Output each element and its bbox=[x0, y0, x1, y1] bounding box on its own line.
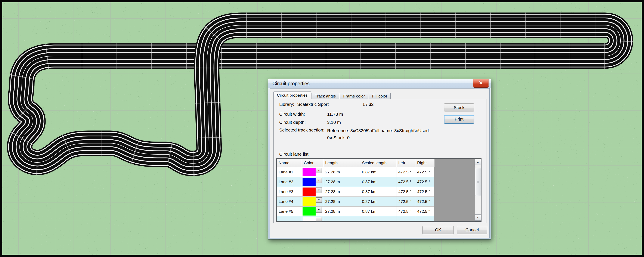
lane-scaled-cell: 0.87 km bbox=[360, 167, 396, 177]
scroll-down-button[interactable]: ▼ bbox=[475, 214, 481, 221]
lane-table: Name Color Length Scaled length Left Rig… bbox=[276, 158, 482, 222]
lane-scaled-cell: 0.87 km bbox=[360, 197, 396, 206]
table-row-partial bbox=[396, 216, 415, 221]
lane-color-swatch bbox=[302, 217, 316, 221]
lane-color-cell: ▼ bbox=[302, 167, 323, 177]
table-row-partial bbox=[277, 216, 302, 221]
ok-button[interactable]: OK bbox=[422, 226, 454, 234]
lane-color-cell: ▼ bbox=[302, 177, 323, 187]
table-row-partial bbox=[323, 216, 360, 221]
lane-left-cell: 472.5 ° bbox=[396, 167, 415, 177]
scroll-up-button[interactable]: ▲ bbox=[475, 159, 481, 165]
lane-color-swatch bbox=[302, 197, 316, 206]
lane-right-cell: 472.5 ° bbox=[415, 206, 434, 216]
filler-cell bbox=[434, 187, 474, 197]
table-row-partial bbox=[360, 216, 396, 221]
arrow-up-icon: ▲ bbox=[476, 160, 479, 163]
color-dropdown-button[interactable]: ▼ bbox=[316, 207, 322, 212]
color-dropdown-button[interactable]: ▼ bbox=[316, 168, 322, 173]
lane-right-cell: 472.5 ° bbox=[415, 177, 434, 187]
arrow-down-icon: ▼ bbox=[476, 216, 479, 219]
selected-section-value: Reference: 3xC8205\nFull name: 3xStraigh… bbox=[327, 127, 446, 141]
selected-section-label: Selected track section: bbox=[279, 128, 324, 132]
filler-cell bbox=[434, 177, 474, 187]
filler-cell bbox=[434, 206, 474, 216]
chevron-down-icon: ▼ bbox=[318, 199, 320, 201]
column-header-right[interactable]: Right bbox=[415, 159, 434, 167]
lane-right-cell: 472.5 ° bbox=[415, 197, 434, 206]
dialog-titlebar[interactable]: Circuit properties bbox=[268, 79, 491, 88]
lane-right-cell: 472.5 ° bbox=[415, 187, 434, 197]
filler-cell bbox=[434, 197, 474, 206]
lane-left-cell: 472.5 ° bbox=[396, 177, 415, 187]
lane-color-cell: ▼ bbox=[302, 206, 323, 216]
tab-strip: Circuit properties Track angle Frame col… bbox=[274, 92, 391, 99]
column-header-length[interactable]: Length bbox=[323, 159, 360, 167]
print-button[interactable]: Print bbox=[444, 115, 474, 124]
circuit-width-label: Circuit width: bbox=[279, 112, 305, 117]
lane-left-cell: 472.5 ° bbox=[396, 206, 415, 216]
color-dropdown-button[interactable]: ▼ bbox=[316, 178, 322, 183]
table-row-partial bbox=[415, 216, 434, 221]
column-header-scaled[interactable]: Scaled length bbox=[360, 159, 396, 167]
chevron-down-icon: ▼ bbox=[318, 208, 320, 211]
tab-frame-color[interactable]: Frame color bbox=[340, 93, 368, 99]
column-header-name[interactable]: Name bbox=[277, 159, 302, 167]
grip-icon: ≡ bbox=[477, 180, 479, 184]
color-dropdown-button[interactable]: ▼ bbox=[316, 188, 322, 193]
lane-color-swatch bbox=[302, 168, 316, 176]
library-scale: 1 / 32 bbox=[362, 102, 374, 107]
close-icon: ✕ bbox=[479, 80, 483, 86]
lane-color-cell: ▼ bbox=[302, 187, 323, 197]
tab-page: Library: Scalextric Sport 1 / 32 Circuit… bbox=[274, 99, 486, 223]
filler-cell bbox=[434, 216, 474, 221]
lane-name-cell[interactable]: Lane #4 bbox=[277, 197, 302, 206]
color-dropdown-button[interactable] bbox=[316, 217, 322, 221]
close-button[interactable]: ✕ bbox=[473, 79, 489, 88]
circuit-depth-label: Circuit depth: bbox=[279, 120, 306, 125]
lane-name-cell[interactable]: Lane #5 bbox=[277, 206, 302, 216]
table-row-partial bbox=[302, 216, 323, 221]
lane-name-cell[interactable]: Lane #2 bbox=[277, 177, 302, 187]
tab-fill-color[interactable]: Fill color bbox=[369, 93, 391, 99]
lane-color-swatch bbox=[302, 188, 316, 196]
lane-color-cell: ▼ bbox=[302, 197, 323, 206]
stock-button[interactable]: Stock bbox=[444, 104, 474, 112]
lane-length-cell: 27.28 m bbox=[323, 197, 360, 206]
screenshot-root: { "canvas": { "surface_color": "#a9d2a4"… bbox=[0, 0, 644, 257]
lane-length-cell: 27.28 m bbox=[323, 206, 360, 216]
column-header-left[interactable]: Left bbox=[396, 159, 415, 167]
lane-scaled-cell: 0.87 km bbox=[360, 177, 396, 187]
lane-list-label: Circuit lane list: bbox=[279, 152, 310, 157]
lane-name-cell[interactable]: Lane #1 bbox=[277, 167, 302, 177]
color-dropdown-button[interactable]: ▼ bbox=[316, 197, 322, 203]
filler-cell bbox=[434, 167, 474, 177]
library-value: Scalextric Sport bbox=[297, 102, 329, 107]
lane-right-cell: 472.5 ° bbox=[415, 167, 434, 177]
lane-table-grid: Name Color Length Scaled length Left Rig… bbox=[277, 159, 474, 221]
lane-length-cell: 27.28 m bbox=[323, 167, 360, 177]
circuit-width-value: 11.73 m bbox=[327, 112, 343, 117]
circuit-depth-value: 3.10 m bbox=[327, 120, 341, 125]
tab-circuit-properties[interactable]: Circuit properties bbox=[274, 92, 311, 100]
lane-left-cell: 472.5 ° bbox=[396, 187, 415, 197]
chevron-down-icon: ▼ bbox=[318, 189, 320, 191]
lane-length-cell: 27.28 m bbox=[323, 187, 360, 197]
lane-scaled-cell: 0.87 km bbox=[360, 187, 396, 197]
column-header-filler bbox=[434, 159, 474, 167]
chevron-down-icon: ▼ bbox=[318, 179, 320, 182]
column-header-color[interactable]: Color bbox=[302, 159, 323, 167]
dialog-title: Circuit properties bbox=[272, 81, 310, 86]
library-label: Library: bbox=[279, 102, 294, 107]
lane-length-cell: 27.28 m bbox=[323, 177, 360, 187]
dialog-client-area: Circuit properties Track angle Frame col… bbox=[270, 88, 490, 238]
tab-track-angle[interactable]: Track angle bbox=[312, 93, 340, 99]
lane-color-swatch bbox=[302, 207, 316, 216]
scrollbar-thumb[interactable]: ≡ bbox=[475, 168, 481, 196]
cancel-button[interactable]: Cancel bbox=[457, 226, 487, 234]
table-scrollbar[interactable]: ▲ ≡ ▼ bbox=[474, 159, 481, 221]
chevron-down-icon: ▼ bbox=[318, 169, 320, 172]
lane-name-cell[interactable]: Lane #3 bbox=[277, 187, 302, 197]
lane-left-cell: 472.5 ° bbox=[396, 197, 415, 206]
circuit-properties-dialog: Circuit properties ✕ Circuit properties … bbox=[268, 79, 491, 240]
